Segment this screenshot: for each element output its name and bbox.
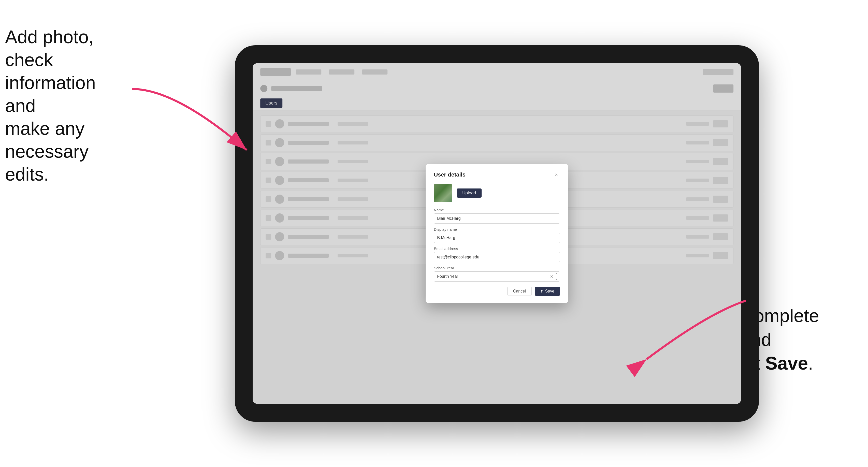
modal-footer: Cancel ⬆ Save — [434, 287, 560, 296]
upload-button[interactable]: Upload — [457, 188, 482, 198]
display-name-label: Display name — [434, 227, 560, 231]
modal-header: User details × — [434, 171, 560, 178]
school-year-select[interactable]: Fourth Year — [434, 271, 560, 282]
annotation-line3: make any — [5, 118, 85, 138]
name-field-group: Name — [434, 208, 560, 224]
save-icon: ⬆ — [540, 289, 544, 293]
annotation-line1: Add photo, check — [5, 27, 94, 70]
name-input[interactable] — [434, 213, 560, 224]
school-year-dropdown-icon[interactable]: ⌃⌄ — [555, 272, 558, 281]
arrow-left — [125, 84, 277, 161]
school-year-controls: ✕ ⌃⌄ — [550, 272, 558, 281]
school-year-wrapper: Fourth Year ✕ ⌃⌄ — [434, 271, 560, 282]
annotation-line4: necessary edits. — [5, 141, 89, 184]
email-input[interactable] — [434, 252, 560, 262]
display-name-input[interactable] — [434, 233, 560, 243]
annotation-left: Add photo, check information and make an… — [5, 25, 107, 186]
user-details-modal: User details × Upload Name — [426, 164, 568, 303]
school-year-label: School Year — [434, 266, 560, 270]
photo-area: Upload — [434, 184, 560, 202]
save-button[interactable]: ⬆ Save — [535, 287, 560, 296]
profile-photo — [434, 184, 452, 202]
arrow-right — [631, 293, 758, 370]
display-name-field-group: Display name — [434, 227, 560, 243]
name-label: Name — [434, 208, 560, 212]
close-button[interactable]: × — [553, 171, 560, 178]
email-label: Email address — [434, 247, 560, 251]
cancel-button[interactable]: Cancel — [507, 287, 532, 296]
school-year-field-group: School Year Fourth Year ✕ ⌃⌄ — [434, 266, 560, 282]
email-field-group: Email address — [434, 247, 560, 262]
photo-thumbnail — [434, 184, 452, 202]
clear-school-year-icon[interactable]: ✕ — [550, 274, 553, 279]
modal-title: User details — [434, 172, 466, 178]
annotation-line2: information and — [5, 72, 96, 116]
